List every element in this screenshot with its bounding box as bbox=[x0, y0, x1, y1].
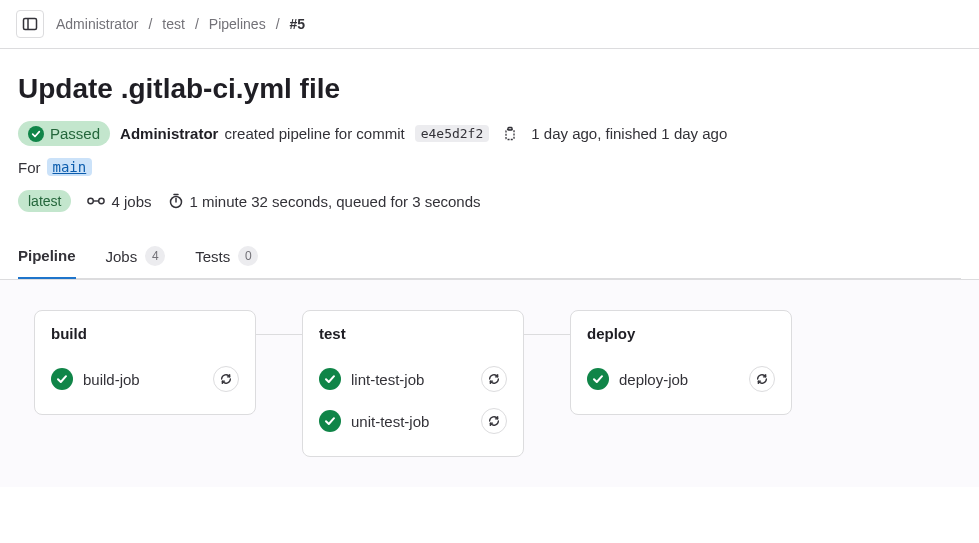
stage-connector bbox=[256, 334, 302, 335]
tab-badge: 0 bbox=[238, 246, 258, 266]
breadcrumb-item[interactable]: test bbox=[162, 16, 185, 32]
latest-badge: latest bbox=[18, 190, 71, 212]
commit-sha[interactable]: e4e5d2f2 bbox=[415, 125, 490, 142]
tab-tests[interactable]: Tests 0 bbox=[195, 234, 258, 278]
stages-icon bbox=[87, 194, 105, 208]
stage-connector bbox=[524, 334, 570, 335]
created-text: created pipeline for commit bbox=[225, 125, 405, 142]
breadcrumb-item[interactable]: Pipelines bbox=[209, 16, 266, 32]
status-text: Passed bbox=[50, 125, 100, 142]
duration: 1 minute 32 seconds, queued for 3 second… bbox=[168, 193, 481, 210]
tab-jobs[interactable]: Jobs 4 bbox=[106, 234, 166, 278]
stage: deploydeploy-job bbox=[570, 310, 792, 415]
job-row[interactable]: build-job bbox=[51, 358, 239, 400]
retry-job-button[interactable] bbox=[749, 366, 775, 392]
stage-card: deploydeploy-job bbox=[570, 310, 792, 415]
stage-name: build bbox=[51, 325, 239, 342]
top-bar: Administrator / test / Pipelines / #5 bbox=[0, 0, 979, 49]
svg-point-4 bbox=[88, 198, 93, 203]
author-link[interactable]: Administrator bbox=[120, 125, 218, 142]
pipeline-meta-row: Passed Administrator created pipeline fo… bbox=[18, 121, 961, 146]
time-text: 1 day ago, finished 1 day ago bbox=[531, 125, 727, 142]
job-name: build-job bbox=[83, 371, 140, 388]
job-name: unit-test-job bbox=[351, 413, 429, 430]
tab-pipeline[interactable]: Pipeline bbox=[18, 234, 76, 279]
retry-job-button[interactable] bbox=[481, 408, 507, 434]
svg-rect-3 bbox=[508, 127, 512, 130]
check-circle-icon bbox=[587, 368, 609, 390]
stage-name: test bbox=[319, 325, 507, 342]
svg-point-5 bbox=[99, 198, 104, 203]
status-badge[interactable]: Passed bbox=[18, 121, 110, 146]
job-name: lint-test-job bbox=[351, 371, 424, 388]
stage-card: buildbuild-job bbox=[34, 310, 256, 415]
stage: buildbuild-job bbox=[34, 310, 256, 415]
breadcrumb-current: #5 bbox=[290, 16, 306, 32]
branch-ref[interactable]: main bbox=[47, 158, 93, 176]
branch-row: For main bbox=[18, 158, 961, 176]
stats-row: latest 4 jobs 1 minute 32 seconds, queue… bbox=[18, 190, 961, 212]
breadcrumbs: Administrator / test / Pipelines / #5 bbox=[56, 16, 305, 32]
svg-rect-2 bbox=[506, 129, 514, 139]
tabs: Pipeline Jobs 4 Tests 0 bbox=[18, 234, 961, 279]
timer-icon bbox=[168, 193, 184, 209]
sidebar-icon bbox=[22, 16, 38, 32]
stages-container: buildbuild-jobtestlint-test-jobunit-test… bbox=[34, 310, 945, 457]
breadcrumb-separator: / bbox=[148, 16, 152, 32]
copy-commit-button[interactable] bbox=[499, 123, 521, 145]
breadcrumb-separator: / bbox=[276, 16, 280, 32]
content: Update .gitlab-ci.yml file Passed Admini… bbox=[0, 49, 979, 487]
job-row[interactable]: deploy-job bbox=[587, 358, 775, 400]
check-circle-icon bbox=[51, 368, 73, 390]
check-circle-icon bbox=[319, 368, 341, 390]
retry-job-button[interactable] bbox=[213, 366, 239, 392]
stage-card: testlint-test-jobunit-test-job bbox=[302, 310, 524, 457]
breadcrumb-separator: / bbox=[195, 16, 199, 32]
check-circle-icon bbox=[319, 410, 341, 432]
job-row[interactable]: unit-test-job bbox=[319, 400, 507, 442]
toggle-sidebar-button[interactable] bbox=[16, 10, 44, 38]
pipeline-graph: buildbuild-jobtestlint-test-jobunit-test… bbox=[0, 279, 979, 487]
pipeline-author-text: Administrator created pipeline for commi… bbox=[120, 125, 405, 142]
tab-badge: 4 bbox=[145, 246, 165, 266]
page-title: Update .gitlab-ci.yml file bbox=[18, 73, 961, 105]
job-name: deploy-job bbox=[619, 371, 688, 388]
stage-name: deploy bbox=[587, 325, 775, 342]
clipboard-icon bbox=[502, 126, 518, 142]
retry-job-button[interactable] bbox=[481, 366, 507, 392]
svg-rect-0 bbox=[24, 19, 37, 30]
stage: testlint-test-jobunit-test-job bbox=[302, 310, 524, 457]
breadcrumb-item[interactable]: Administrator bbox=[56, 16, 138, 32]
for-text: For bbox=[18, 159, 41, 176]
job-row[interactable]: lint-test-job bbox=[319, 358, 507, 400]
jobs-count: 4 jobs bbox=[87, 193, 151, 210]
check-circle-icon bbox=[28, 126, 44, 142]
